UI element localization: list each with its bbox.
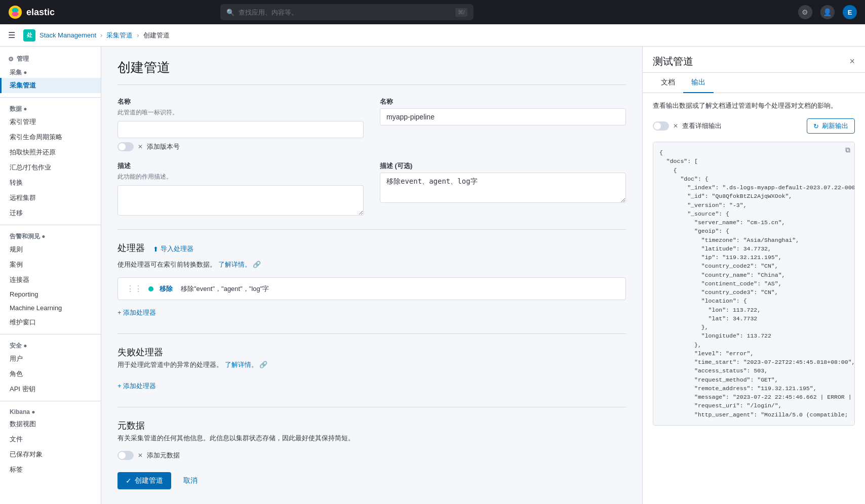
sidebar-item-remote-clusters[interactable]: 远程集群 [0,190,101,205]
sidebar-item-ingest-pipelines[interactable]: 采集管道 [0,78,101,93]
desc-group: 描述 此功能的作用描述。 [117,161,364,217]
processor-name[interactable]: 移除 [160,284,173,293]
sidebar-section-security: 安全 ● [0,339,101,351]
json-lines: { "docs": [ { "doc": { "_index": ".ds-lo… [659,148,848,419]
settings-icon[interactable]: ⚙ [798,5,812,19]
name-right-input[interactable] [380,108,626,125]
failure-learn-more[interactable]: 了解详情。 🔗 [225,361,268,368]
sidebar-item-ilm[interactable]: 索引生命周期策略 [0,130,101,145]
sidebar-section-data: 数据 ● [0,102,101,114]
test-panel-body: 查看输出数据或了解文档通过管道时每个处理器对文档的影响。 ✕ 查看详细输出 ↻ … [643,93,865,504]
sidebar-item-rules[interactable]: 规则 [0,242,101,257]
json-output: ⧉ { "docs": [ { "doc": { "_index": ".ds-… [653,142,855,426]
upload-icon: ⬆ [153,245,159,253]
sidebar-item-files[interactable]: 文件 [0,432,101,447]
tab-documents[interactable]: 文档 [653,73,683,93]
sidebar-management-header: ⚙ 管理 [0,51,101,65]
name-right-group: 名称 [380,97,626,151]
section-divider-3 [117,407,626,407]
sidebar-item-snapshot[interactable]: 拍取快照并还原 [0,145,101,160]
search-input[interactable] [239,9,451,16]
processor-hint: 使用处理器可在索引前转换数据。 了解详情。 🔗 [117,260,626,269]
breadcrumb-sep-1: › [100,31,102,39]
elastic-logo[interactable]: elastic [8,5,55,19]
verbose-x[interactable]: ✕ [673,122,678,130]
verbose-row: ✕ 查看详细输出 ↻ 刷新输出 [653,118,855,134]
drag-handle[interactable]: ⋮⋮ [126,284,142,293]
failure-hint: 用于处理此管道中的异常的处理器。 了解详情。 🔗 [117,360,626,369]
create-pipeline-btn[interactable]: ✓ 创建管道 [117,472,171,489]
avatar[interactable]: E [843,5,857,19]
add-processor-btn[interactable]: + 添加处理器 [117,304,626,321]
desc-right-input[interactable] [380,173,626,203]
meta-toggle-x[interactable]: ✕ [138,452,143,459]
global-search[interactable]: 🔍 ⌘/ [220,4,474,20]
breadcrumb-ingest-pipelines[interactable]: 采集管道 [106,31,133,40]
name-group: 名称 此管道的唯一标识符。 ✕ 添加版本号 [117,97,364,151]
sidebar-item-maintenance[interactable]: 维护窗口 [0,315,101,330]
sidebar-divider-4 [0,401,101,401]
processor-status [148,286,153,291]
desc-label: 描述 [117,161,364,171]
sidebar-item-cases[interactable]: 案例 [0,257,101,272]
name-label: 名称 [117,97,364,106]
action-row: ✓ 创建管道 取消 [117,472,626,489]
sidebar-item-rollup[interactable]: 汇总/打包作业 [0,160,101,175]
test-panel-title: 测试管道 [653,55,693,68]
test-panel: 测试管道 × 文档 输出 查看输出数据或了解文档通过管道时每个处理器对文档的影响… [642,47,865,504]
add-failure-processor-btn[interactable]: + 添加处理器 [117,377,626,395]
search-icon: 🔍 [226,9,234,16]
sidebar-item-users[interactable]: 用户 [0,351,101,366]
desc-right-group: 描述 (可选) [380,161,626,217]
import-processors-btn[interactable]: ⬆ 导入处理器 [153,244,193,254]
processor-learn-more[interactable]: 了解详情。 🔗 [218,261,261,268]
top-navigation: elastic 🔍 ⌘/ ⚙ 👤 E [0,0,865,24]
sidebar-item-tags[interactable]: 标签 [0,462,101,477]
meta-toggle-label: 添加元数据 [147,451,180,460]
sidebar-item-api-keys[interactable]: API 密钥 [0,382,101,397]
test-panel-header: 测试管道 × [643,47,865,73]
metadata-title: 元数据 [117,419,626,432]
sidebar-item-transforms[interactable]: 转换 [0,175,101,190]
sidebar-item-connectors[interactable]: 连接器 [0,272,101,287]
form-name-desc-row: 名称 此管道的唯一标识符。 ✕ 添加版本号 名称 [117,97,626,151]
refresh-output-btn[interactable]: ↻ 刷新输出 [807,118,855,134]
main-content: 创建管道 名称 此管道的唯一标识符。 ✕ 添加版本号 名称 描述 此功能 [101,47,642,504]
sidebar-item-ml[interactable]: Machine Learning [0,301,101,315]
name-input[interactable] [117,121,364,138]
sidebar-item-data-views[interactable]: 数据视图 [0,416,101,432]
svg-point-2 [12,12,18,16]
sidebar-item-reporting[interactable]: Reporting [0,287,101,301]
sidebar-item-index-management[interactable]: 索引管理 [0,114,101,130]
verbose-toggle[interactable] [653,121,669,131]
page-title: 创建管道 [117,59,626,85]
test-desc: 查看输出数据或了解文档通过管道时每个处理器对文档的影响。 [653,101,855,110]
copy-json-btn[interactable]: ⧉ [845,146,850,154]
breadcrumb-stack-management[interactable]: Stack Management [40,31,96,39]
gear-icon: ⚙ [8,56,14,63]
cancel-btn[interactable]: 取消 [177,472,204,489]
meta-toggle[interactable] [117,451,134,460]
search-shortcut: ⌘/ [455,8,467,17]
version-toggle-x[interactable]: ✕ [138,143,143,150]
processors-header: 处理器 ⬆ 导入处理器 [117,242,626,256]
sidebar-item-roles[interactable]: 角色 [0,366,101,382]
top-nav-actions: ⚙ 👤 E [798,5,857,19]
sidebar-item-migration[interactable]: 迁移 [0,205,101,221]
sidebar-divider-2 [0,225,101,225]
user-menu-icon[interactable]: 👤 [820,5,835,19]
tab-output[interactable]: 输出 [683,73,714,93]
close-btn[interactable]: × [849,56,855,67]
version-toggle-label: 添加版本号 [147,142,180,151]
processors-title: 处理器 [117,242,145,254]
desc-input[interactable] [117,185,364,216]
sidebar-item-saved-objects[interactable]: 已保存对象 [0,447,101,462]
sidebar-section-ingest: 采集 ● [0,65,101,78]
breadcrumb-current: 创建管道 [143,31,170,40]
sidebar-divider-1 [0,97,101,98]
hamburger-menu[interactable]: ☰ [8,30,15,40]
version-toggle[interactable] [117,142,134,151]
version-toggle-row: ✕ 添加版本号 [117,142,364,151]
logo-text: elastic [26,7,55,18]
desc-hint: 此功能的作用描述。 [117,173,364,181]
